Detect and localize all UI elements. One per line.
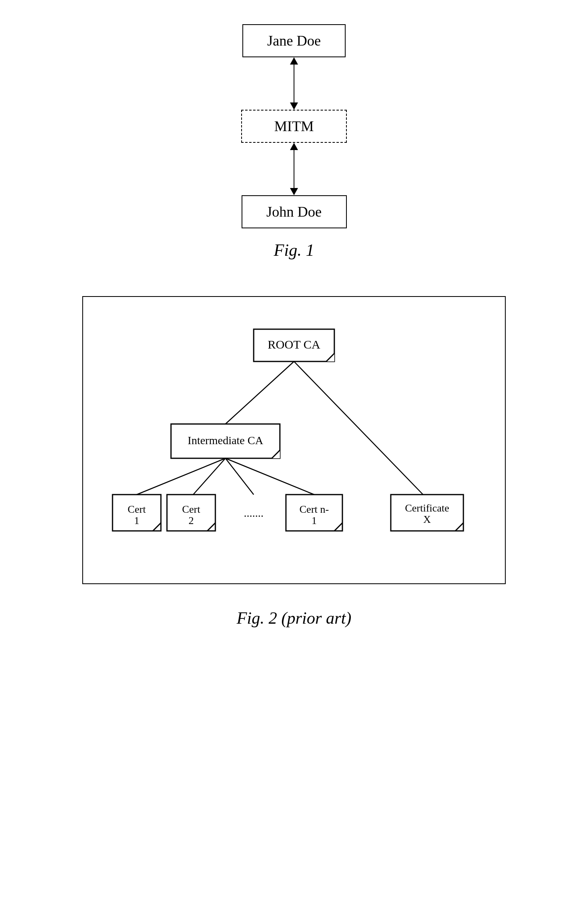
root-ca-text: ROOT CA [268,338,321,351]
svg-text:Cert: Cert [128,503,146,515]
svg-text:X: X [423,514,431,525]
svg-text:1: 1 [312,515,317,526]
svg-text:Cert n-: Cert n- [300,503,329,515]
intermediate-ca-text: Intermediate CA [188,434,263,447]
mitm-box: MITM [241,110,347,143]
arrow-up-1 [290,57,298,65]
arrow-line-2 [294,150,295,188]
svg-text:.......: ....... [244,507,264,519]
mitm-label: MITM [274,118,314,134]
fig1-label: Fig. 1 [274,240,314,260]
svg-text:2: 2 [189,515,194,526]
arrow-up-2 [290,143,298,150]
svg-text:Certificate: Certificate [405,502,449,514]
svg-line-7 [225,361,294,424]
arrow-down-2 [290,188,298,195]
fig2-outer: ROOT CA Intermediate CA [82,296,506,584]
jane-doe-box: Jane Doe [242,24,346,57]
arrow-down-1 [290,102,298,110]
john-doe-label: John Doe [267,204,322,220]
svg-line-12 [225,458,314,495]
fig2-label: Fig. 2 (prior art) [237,608,352,628]
svg-line-8 [294,361,423,495]
arrow-line-1 [294,65,295,102]
svg-line-9 [137,458,225,495]
page-content: Jane Doe MITM John Doe Fig. 1 [72,24,516,628]
svg-text:Cert: Cert [182,503,201,515]
jane-doe-label: Jane Doe [267,33,321,49]
svg-text:1: 1 [134,515,140,526]
fig1-container: Jane Doe MITM John Doe Fig. 1 [241,24,347,280]
john-doe-box: John Doe [242,195,347,228]
svg-line-10 [193,458,225,495]
fig2-diagram: ROOT CA Intermediate CA [100,317,488,559]
